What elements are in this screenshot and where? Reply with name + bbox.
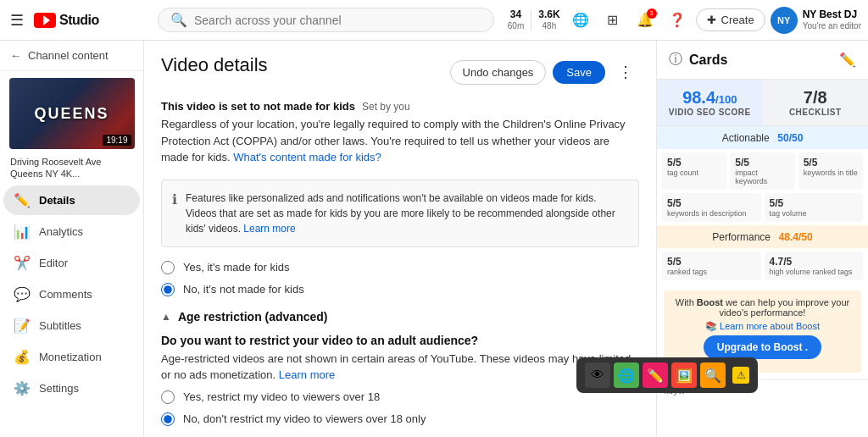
save-button[interactable]: Save [553,61,605,84]
boost-learn-icon: 📚 [705,321,720,331]
ft-eye-icon[interactable]: 👁 [585,362,610,388]
editor-icon: ✂️ [14,255,31,271]
subs-stat: 3.6K 48h [538,9,559,30]
perf-label-2: high volume ranked tags [770,268,859,276]
search-input[interactable] [194,14,481,27]
studio-label: Studio [59,13,99,28]
create-label: Create [721,14,754,26]
coppa-link[interactable]: What's content made for kids? [233,151,381,163]
cards-info-icon: ⓘ [669,51,682,69]
radio-no-age[interactable]: No, don't restrict my video to viewers o… [161,412,639,426]
sidebar-item-editor[interactable]: ✂️ Editor [3,248,140,278]
metric-val-1: 5/5 [667,157,721,169]
upgrade-boost-button[interactable]: Upgrade to Boost . [704,335,821,359]
back-button[interactable]: ← Channel content [0,41,143,71]
performance-label: Performance [712,231,771,243]
stat-divider [531,10,531,30]
create-button[interactable]: ✚ Create [696,8,765,31]
metric-val-4: 5/5 [667,197,756,209]
sidebar-item-settings[interactable]: ⚙️ Settings [3,373,140,403]
analytics-label: Analytics [39,225,83,238]
performance-metrics-row: 5/5 ranked tags 4.7/5 high volume ranked… [657,248,868,284]
checklist-tab[interactable]: 7/8 CHECKLIST [763,80,869,125]
floating-toolbar: 👁 🌐 ✏️ 🖼️ 🔍 ⚠ [576,357,758,393]
topnav-left: ☰ Studio [7,8,151,33]
back-icon: ← [10,49,21,62]
info-icon: ℹ [172,191,177,207]
performance-score: 48.4/50 [779,231,813,243]
video-thumbnail: QUEENS 19:19 [9,78,135,149]
radio-yes-kids[interactable]: Yes, it's made for kids [161,261,639,274]
seo-score-number: 98.4/100 [664,88,756,108]
radio-no-kids[interactable]: No, it's not made for kids [161,283,639,296]
age-restriction-header[interactable]: ▲ Age restriction (advanced) [161,310,639,324]
feature-notice: ℹ Features like personalized ads and not… [161,180,639,247]
radio-yes-age-input[interactable] [161,390,175,404]
sidebar-item-comments[interactable]: 💬 Comments [3,279,140,309]
seo-metrics-row1: 5/5 tag count 5/5 impact keywords 5/5 ke… [657,149,868,193]
cards-header: ⓘ Cards ✏️ [657,41,868,80]
boost-learn-more-link[interactable]: Learn more about Boost [720,321,820,331]
ft-pen-icon[interactable]: ✏️ [643,362,668,388]
settings-icon: ⚙️ [14,380,31,396]
kids-radio-group: Yes, it's made for kids No, it's not mad… [161,261,639,296]
grid-icon-btn[interactable]: ⊞ [599,7,626,34]
radio-no-age-input[interactable] [161,412,175,426]
checklist-label: CHECKLIST [770,108,862,117]
seo-score-tab[interactable]: 98.4/100 VIDIO SEO SCORE [657,80,763,125]
help-icon-btn[interactable]: ❓ [664,7,691,34]
page-title: Video details [161,54,268,76]
ft-search-icon[interactable]: 🔍 [700,362,726,388]
radio-no-kids-label: No, it's not made for kids [183,283,304,296]
search-bar[interactable]: 🔍 [158,8,494,32]
coppa-banner: This video is set to not made for kids S… [161,100,639,166]
user-avatar[interactable]: NY [771,7,798,34]
sidebar-item-monetization[interactable]: 💰 Monetization [3,342,140,372]
views-stat: 34 60m [508,9,524,30]
radio-yes-kids-input[interactable] [161,261,175,274]
coppa-top: This video is set to not made for kids S… [161,100,639,113]
comments-icon: 💬 [14,286,31,302]
sidebar-item-subtitles[interactable]: 📝 Subtitles [3,311,140,340]
sidebar: ← Channel content QUEENS 19:19 Driving R… [0,41,144,437]
menu-icon[interactable]: ☰ [7,8,27,33]
cards-title: Cards [689,53,727,68]
feature-learn-more-link[interactable]: Learn more [243,223,295,235]
create-plus-icon: ✚ [707,14,716,26]
age-learn-more-link[interactable]: Learn more [279,368,335,381]
globe-icon-btn[interactable]: 🌐 [567,7,594,34]
sidebar-item-analytics[interactable]: 📊 Analytics [3,217,140,246]
radio-no-kids-input[interactable] [161,283,175,296]
metric-keywords-title: 5/5 keywords in title [798,152,863,190]
radio-no-age-label: No, don't restrict my video to viewers o… [183,412,426,425]
ft-globe-icon[interactable]: 🌐 [614,362,639,388]
ft-warning-icon: ⚠ [732,367,749,384]
adult-restrict-desc: Age-restricted videos are not shown in c… [161,351,639,384]
coppa-description: Regardless of your location, you're lega… [161,116,639,166]
metric-label-2: impact keywords [735,169,789,185]
seo-metrics-row2: 5/5 keywords in description 5/5 tag volu… [657,193,868,225]
page-header: Video details Undo changes Save ⋮ [161,54,639,90]
metric-label-5: tag volume [770,209,859,218]
perf-val-1: 5/5 [667,256,756,268]
thumbnail-duration: 19:19 [103,135,131,146]
metric-label-1: tag count [667,169,721,177]
youtube-logo[interactable]: Studio [34,13,99,28]
notification-badge: 3 [647,8,657,19]
sidebar-item-details[interactable]: ✏️ Details [3,185,140,215]
ft-image-icon[interactable]: 🖼️ [671,362,697,388]
thumbnail-overlay-text: QUEENS [34,105,108,123]
topnav-stats: 34 60m 3.6K 48h [508,9,560,30]
topnav-icons: 🌐 ⊞ 🔔 3 ❓ ✚ Create NY NY Best DJ You're … [567,7,861,34]
notification-btn[interactable]: 🔔 3 [632,7,659,34]
cards-edit-icon[interactable]: ✏️ [839,52,856,68]
sidebar-nav: ✏️ Details 📊 Analytics ✂️ Editor 💬 Comme… [0,184,143,437]
radio-yes-age-label: Yes, restrict my video to viewers over 1… [183,390,380,403]
undo-changes-button[interactable]: Undo changes [450,60,547,85]
sidebar-video-title: Driving Roosevelt Ave Queens NY 4K... [0,156,143,184]
coppa-set-by: Set by you [362,101,410,113]
age-restriction-section: ▲ Age restriction (advanced) Do you want… [161,310,639,438]
radio-yes-age[interactable]: Yes, restrict my video to viewers over 1… [161,390,639,404]
more-options-button[interactable]: ⋮ [612,58,639,86]
feature-notice-text: Features like personalized ads and notif… [186,191,628,236]
